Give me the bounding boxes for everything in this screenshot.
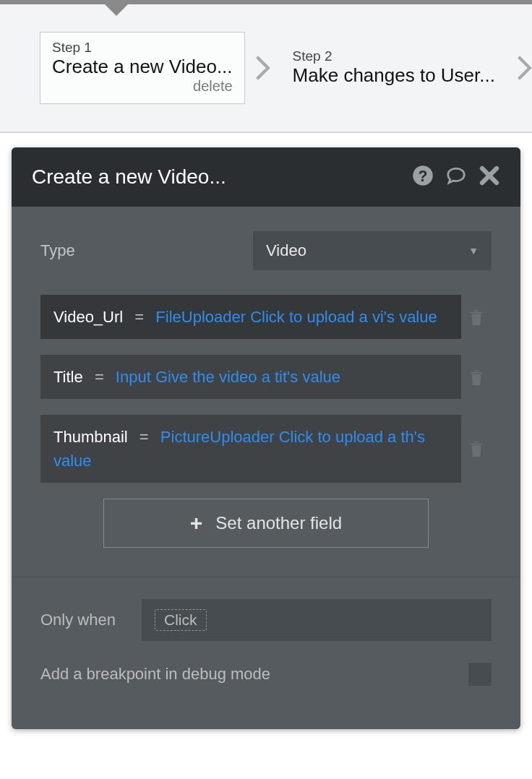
field-row: Thumbnail = PictureUploader Click to upl… [40,415,492,483]
breakpoint-row: Add a breakpoint in debug mode [40,663,492,686]
field-expression[interactable]: Video_Url = FileUploader Click to upload… [40,295,461,339]
panel-header: Create a new Video... ? [12,147,520,207]
breadcrumb-arrow-icon [105,4,128,16]
panel-body: Type Video ▼ Video_Url = FileUploader Cl… [12,207,520,548]
only-when-token[interactable]: Click [155,609,207,631]
equals-sign: = [132,428,156,446]
step-number: Step 1 [52,40,92,55]
equals-sign: = [87,368,111,386]
step-2[interactable]: Step 2 Make changes to User... [281,41,507,95]
step-1[interactable]: Step 1 Create a new Video... delete [40,32,245,104]
top-bar: Step 1 Create a new Video... delete Step… [0,0,532,133]
field-value: Input Give the video a tit's value [116,368,340,386]
set-another-field-button[interactable]: + Set another field [103,499,429,548]
step-number: Step 2 [293,48,332,64]
equals-sign: = [127,308,151,326]
delete-field-button[interactable] [461,415,492,483]
field-row: Title = Input Give the video a tit's val… [40,355,492,399]
editor-panel: Create a new Video... ? Type Video ▼ [12,147,520,729]
panel-title: Create a new Video... [32,165,412,189]
breakpoint-checkbox[interactable] [468,663,492,686]
field-expression[interactable]: Title = Input Give the video a tit's val… [40,355,461,399]
step-title: Create a new Video... [52,56,233,78]
chevron-right-icon [507,56,532,80]
type-select[interactable]: Video ▼ [253,231,492,270]
field-value: FileUploader Click to upload a vi's valu… [155,308,437,326]
field-key: Video_Url [53,308,123,326]
lower-section: Only when Click Add a breakpoint in debu… [12,577,520,729]
field-expression[interactable]: Thumbnail = PictureUploader Click to upl… [40,415,461,483]
delete-field-button[interactable] [461,295,492,339]
type-value: Video [266,241,306,260]
field-key: Title [53,368,83,386]
only-when-row: Only when Click [40,599,492,641]
svg-text:?: ? [419,168,428,185]
type-row: Type Video ▼ [40,231,492,270]
help-icon[interactable]: ? [412,165,434,189]
field-list: Video_Url = FileUploader Click to upload… [40,295,492,483]
only-when-input[interactable]: Click [142,599,492,641]
set-another-label: Set another field [215,513,342,533]
field-row: Video_Url = FileUploader Click to upload… [40,295,492,339]
breakpoint-label: Add a breakpoint in debug mode [40,665,468,684]
chevron-right-icon [245,56,281,80]
type-label: Type [40,241,120,260]
field-key: Thumbnail [53,428,128,446]
delete-field-button[interactable] [461,355,492,399]
steps-row: Step 1 Create a new Video... delete Step… [0,4,532,133]
plus-icon: + [190,511,203,535]
comment-icon[interactable] [445,165,467,189]
step-delete[interactable]: delete [52,78,233,95]
close-icon[interactable] [479,165,500,189]
caret-down-icon: ▼ [468,245,479,257]
step-title: Make changes to User... [293,64,495,87]
only-when-label: Only when [40,611,142,629]
